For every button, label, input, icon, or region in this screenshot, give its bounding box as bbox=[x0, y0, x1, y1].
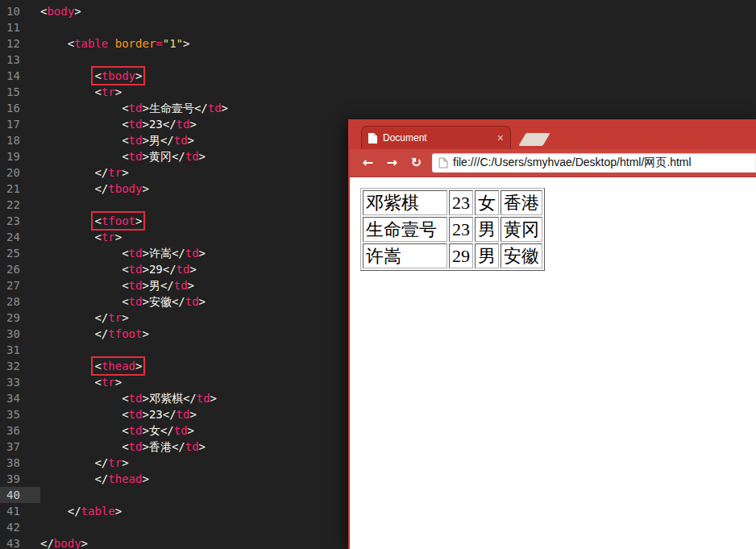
line-number: 24 bbox=[0, 229, 40, 245]
code-line-16[interactable]: 16 <td>生命壹号</td> bbox=[0, 100, 756, 116]
page-icon bbox=[438, 157, 448, 168]
table-cell: 男 bbox=[475, 243, 499, 268]
line-number: 25 bbox=[0, 245, 40, 261]
line-number: 38 bbox=[0, 455, 40, 471]
tab-title: Document bbox=[383, 132, 492, 143]
annotation-box: <thead> bbox=[94, 360, 142, 372]
address-bar[interactable]: file:///C:/Users/smyhvae/Desktop/html/网页… bbox=[432, 153, 756, 173]
browser-window: Document × ← → ↻ file:///C:/Users/smyhva… bbox=[348, 119, 756, 549]
page-content: 邓紫棋23女香港生命壹号23男黄冈许嵩29男安徽 bbox=[350, 177, 756, 549]
table-row: 生命壹号23男黄冈 bbox=[363, 217, 542, 242]
screenshot-root: 10<body>1112 <table border="1">1314 <tbo… bbox=[0, 0, 756, 549]
code-text bbox=[40, 52, 756, 68]
table-row: 邓紫棋23女香港 bbox=[363, 190, 542, 215]
line-number: 42 bbox=[0, 519, 40, 535]
line-number: 30 bbox=[0, 326, 40, 342]
line-number: 13 bbox=[0, 52, 40, 68]
line-number: 21 bbox=[0, 181, 40, 197]
line-number: 18 bbox=[0, 132, 40, 148]
annotation-box: <tbody> bbox=[94, 69, 142, 82]
line-number: 35 bbox=[0, 406, 40, 422]
rendered-table: 邓紫棋23女香港生命壹号23男黄冈许嵩29男安徽 bbox=[360, 188, 545, 271]
line-number: 28 bbox=[0, 293, 40, 310]
code-text: <tr> bbox=[40, 84, 756, 100]
new-tab-button[interactable] bbox=[518, 133, 550, 146]
line-number: 39 bbox=[0, 471, 40, 487]
line-number: 12 bbox=[0, 35, 40, 52]
line-number: 10 bbox=[0, 3, 40, 19]
line-number: 29 bbox=[0, 310, 40, 326]
refresh-icon[interactable]: ↻ bbox=[408, 156, 425, 169]
line-number: 11 bbox=[0, 19, 40, 35]
table-cell: 邓紫棋 bbox=[363, 190, 447, 215]
table-cell: 29 bbox=[449, 243, 473, 268]
line-number: 27 bbox=[0, 277, 40, 293]
browser-titlebar: Document × bbox=[350, 119, 756, 149]
code-text: <tbody> bbox=[40, 68, 756, 84]
line-number: 26 bbox=[0, 261, 40, 277]
code-text: <table border="1"> bbox=[40, 35, 756, 52]
code-line-10[interactable]: 10<body> bbox=[0, 3, 756, 19]
annotation-box: <tfoot> bbox=[94, 214, 142, 227]
table-cell: 黄冈 bbox=[501, 217, 542, 242]
code-line-13[interactable]: 13 bbox=[0, 52, 756, 68]
code-text bbox=[40, 19, 756, 35]
line-number: 37 bbox=[0, 439, 40, 455]
browser-tab[interactable]: Document × bbox=[361, 126, 511, 149]
line-number: 34 bbox=[0, 390, 40, 406]
line-number: 22 bbox=[0, 197, 40, 213]
line-number: 32 bbox=[0, 358, 40, 374]
line-number: 31 bbox=[0, 342, 40, 358]
table-row: 许嵩29男安徽 bbox=[363, 243, 542, 268]
document-icon bbox=[368, 133, 377, 143]
table-cell: 23 bbox=[449, 217, 473, 242]
table-cell: 女 bbox=[475, 190, 499, 215]
line-number: 14 bbox=[0, 68, 40, 84]
back-icon[interactable]: ← bbox=[359, 156, 376, 169]
table-cell: 23 bbox=[449, 190, 473, 215]
table-cell: 许嵩 bbox=[363, 243, 447, 268]
line-number: 20 bbox=[0, 164, 40, 181]
line-number: 23 bbox=[0, 213, 40, 229]
forward-icon[interactable]: → bbox=[384, 156, 401, 169]
line-number: 40 bbox=[0, 487, 40, 503]
line-number: 36 bbox=[0, 422, 40, 439]
browser-toolbar: ← → ↻ file:///C:/Users/smyhvae/Desktop/h… bbox=[350, 149, 756, 177]
table-cell: 香港 bbox=[501, 190, 542, 215]
table-cell: 生命壹号 bbox=[363, 217, 447, 242]
code-line-15[interactable]: 15 <tr> bbox=[0, 84, 756, 100]
line-number: 15 bbox=[0, 84, 40, 100]
code-text: <body> bbox=[40, 3, 756, 19]
table-cell: 男 bbox=[475, 217, 499, 242]
line-number: 41 bbox=[0, 503, 40, 519]
line-number: 43 bbox=[0, 535, 40, 549]
code-line-14[interactable]: 14 <tbody> bbox=[0, 68, 756, 84]
line-number: 16 bbox=[0, 100, 40, 116]
code-text: <td>生命壹号</td> bbox=[40, 100, 756, 116]
table-cell: 安徽 bbox=[501, 243, 542, 268]
tab-close-icon[interactable]: × bbox=[497, 132, 504, 143]
line-number: 17 bbox=[0, 116, 40, 132]
url-text: file:///C:/Users/smyhvae/Desktop/html/网页… bbox=[453, 156, 692, 170]
line-number: 19 bbox=[0, 148, 40, 164]
line-number: 33 bbox=[0, 374, 40, 390]
code-line-12[interactable]: 12 <table border="1"> bbox=[0, 35, 756, 52]
code-line-11[interactable]: 11 bbox=[0, 19, 756, 35]
